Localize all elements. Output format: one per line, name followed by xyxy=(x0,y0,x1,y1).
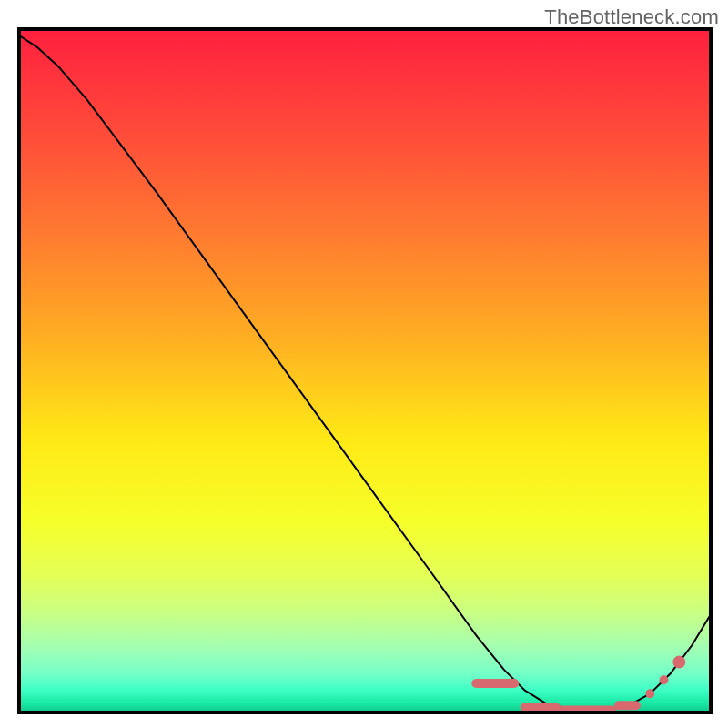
bottleneck-chart xyxy=(0,0,728,728)
gradient-background xyxy=(17,27,713,714)
svg-point-6 xyxy=(660,675,669,684)
svg-point-7 xyxy=(672,656,685,669)
chart-frame: TheBottleneck.com xyxy=(0,0,728,728)
svg-point-5 xyxy=(645,689,654,698)
